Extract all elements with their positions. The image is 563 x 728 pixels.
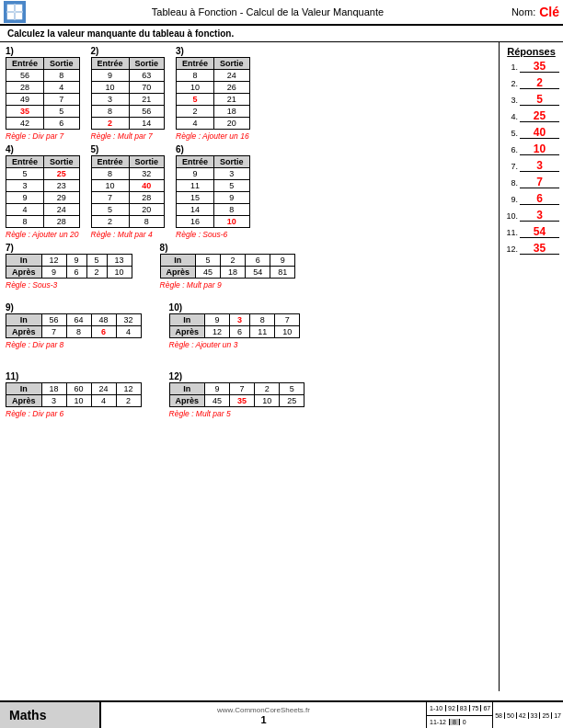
ex6-r4c0: 16 (177, 216, 214, 228)
ex6-col1: Entrée (177, 156, 214, 168)
footer-scores: 1-10 92 83 75 67 11-12 8 0 (426, 702, 492, 728)
ex7-ap0: 9 (41, 267, 66, 279)
ex5-r1c0: 10 (91, 180, 129, 192)
ex5-r1c1: 40 (129, 180, 165, 192)
logo (4, 1, 26, 23)
ex2-col1: Entrée (91, 58, 129, 70)
ex8-ap3: 81 (270, 267, 295, 279)
score-label-2: 11-12 (427, 719, 449, 725)
ex3-r1c1: 26 (214, 82, 250, 94)
ex6-table: EntréeSortie 93 115 159 148 1610 (176, 155, 250, 228)
reponse-3-num: 3. (503, 96, 518, 105)
ex9-ap0: 7 (41, 326, 66, 338)
footer-url: www.CommonCoreSheets.fr (101, 706, 426, 714)
ex8-in-label: In (160, 255, 196, 267)
ex11-ap0: 3 (41, 395, 66, 407)
svg-rect-3 (16, 13, 22, 19)
ex4-r3c0: 4 (6, 204, 44, 216)
reponse-4-num: 4. (503, 112, 518, 121)
ex5-label: 5) (91, 144, 166, 154)
reponse-2-value: 2 (520, 77, 559, 89)
exercise-row-1: 1) EntréeSortie 568 284 497 355 426 Règl… (6, 46, 493, 141)
ex1-r2c1: 7 (44, 94, 80, 106)
ex2-r4c0: 2 (91, 118, 129, 130)
ex7-ap1: 6 (66, 267, 86, 279)
exercise-4: 4) EntréeSortie 525 323 929 424 828 Règl… (6, 144, 80, 239)
ex2-r1c1: 70 (129, 82, 165, 94)
ex7-in0: 12 (41, 255, 66, 267)
ex6-regle: Règle : Sous-6 (176, 230, 250, 239)
ex2-r1c0: 10 (91, 82, 129, 94)
ex1-r4c0: 42 (6, 118, 44, 130)
ex10-in1: 3 (230, 314, 250, 326)
footer: Maths www.CommonCoreSheets.fr 1 1-10 92 … (0, 700, 563, 728)
ex3-r3c1: 18 (214, 106, 250, 118)
ex7-label: 7) (6, 243, 132, 253)
ex8-label: 8) (160, 243, 296, 253)
ex7-in-label: In (6, 255, 42, 267)
svg-rect-0 (7, 5, 14, 11)
ex3-r4c0: 4 (177, 118, 214, 130)
svg-rect-1 (16, 5, 22, 11)
ex11-regle: Règle : Div par 6 (6, 409, 142, 418)
ex3-col1: Entrée (177, 58, 214, 70)
ex9-in2: 48 (91, 314, 116, 326)
ex11-ap3: 2 (116, 395, 141, 407)
ex8-regle: Règle : Mult par 9 (160, 280, 296, 290)
ex9-ap3: 4 (116, 326, 141, 338)
ex3-r4c1: 20 (214, 118, 250, 130)
ex1-col2: Sortie (44, 58, 80, 70)
ex1-r4c1: 6 (44, 118, 80, 130)
alt-score-33: 33 (529, 712, 541, 719)
ex10-regle: Règle : Ajouter un 3 (169, 340, 301, 349)
footer-page: 1 (101, 714, 426, 725)
ex11-in0: 18 (41, 383, 66, 395)
ex7-ap3: 10 (107, 267, 132, 279)
ex3-col2: Sortie (214, 58, 250, 70)
ex11-ap2: 4 (91, 395, 116, 407)
ex2-r2c0: 3 (91, 94, 129, 106)
ex8-in3: 9 (270, 255, 295, 267)
reponse-7: 7. 3 (503, 160, 559, 172)
exercise-8: 8) In 5 2 6 9 Après 45 18 54 81 (160, 243, 296, 290)
ex12-regle: Règle : Mult par 5 (169, 409, 305, 418)
reponse-11: 11. 54 (503, 226, 559, 238)
ex7-ap2: 2 (86, 267, 107, 279)
ex1-col1: Entrée (6, 58, 44, 70)
ex2-r3c1: 56 (129, 106, 165, 118)
ex5-r0c1: 32 (129, 168, 165, 180)
ex4-r0c1: 25 (44, 168, 80, 180)
ex8-ap2: 54 (246, 267, 270, 279)
ex5-r3c0: 5 (91, 204, 129, 216)
reponse-8-value: 7 (520, 176, 559, 188)
ex3-regle: Règle : Ajouter un 16 (176, 131, 250, 141)
ex6-r4c1: 10 (214, 216, 250, 228)
ex3-r1c0: 10 (177, 82, 214, 94)
ex1-r3c1: 5 (44, 106, 80, 118)
ex4-r3c1: 24 (44, 204, 80, 216)
ex1-r3c0: 35 (6, 106, 44, 118)
ex8-in1: 2 (221, 255, 246, 267)
ex12-ap1: 35 (230, 395, 255, 407)
ex4-regle: Règle : Ajouter un 20 (6, 230, 80, 239)
ex6-r1c0: 11 (177, 180, 214, 192)
ex9-table: In 56 64 48 32 Après 7 8 6 4 (6, 313, 142, 338)
reponse-10-value: 3 (520, 210, 559, 222)
ex8-ap0: 45 (196, 267, 221, 279)
ex1-r0c1: 8 (44, 70, 80, 82)
ex1-r2c0: 49 (6, 94, 44, 106)
ex10-label: 10) (169, 302, 301, 313)
exercise-6: 6) EntréeSortie 93 115 159 148 1610 Règl… (176, 144, 250, 239)
ex8-in2: 6 (246, 255, 270, 267)
reponse-1-value: 35 (520, 61, 559, 73)
reponse-1: 1. 35 (503, 61, 559, 73)
ex2-col2: Sortie (129, 58, 165, 70)
ex2-r3c0: 8 (91, 106, 129, 118)
ex6-col2: Sortie (214, 156, 250, 168)
footer-maths-text: Maths (9, 708, 46, 722)
ex9-regle: Règle : Div par 8 (6, 340, 142, 349)
exercise-1: 1) EntréeSortie 568 284 497 355 426 Règl… (6, 46, 80, 141)
ex8-ap1: 18 (221, 267, 246, 279)
ex3-r2c0: 5 (177, 94, 214, 106)
ex7-in1: 9 (66, 255, 86, 267)
